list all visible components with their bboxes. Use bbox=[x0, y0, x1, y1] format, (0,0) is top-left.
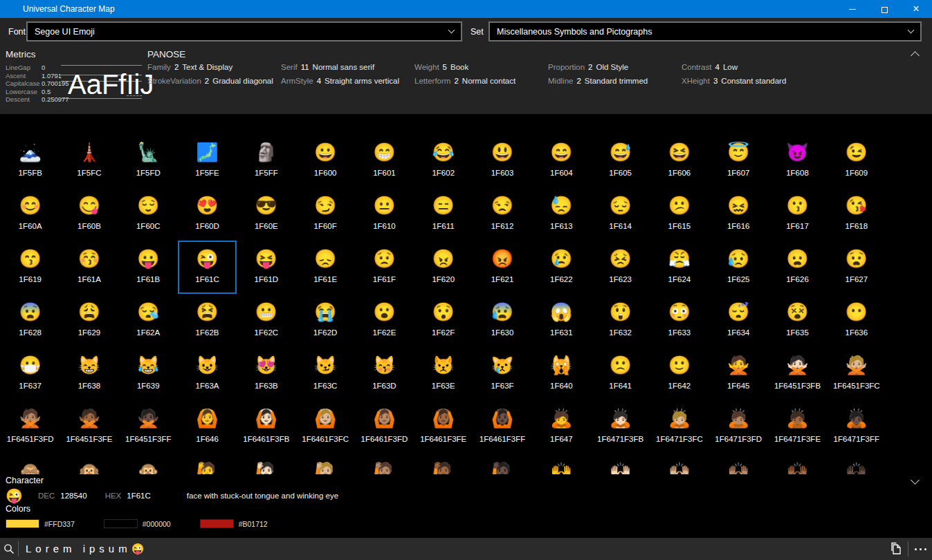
grid-cell-1F606[interactable]: 😆1F606 bbox=[650, 134, 709, 187]
grid-cell-1F63D[interactable]: 😽1F63D bbox=[355, 347, 414, 400]
grid-cell-1F6461F3FB[interactable]: 🙆🏻1F6461F3FB bbox=[237, 400, 295, 454]
grid-cell-1F627[interactable]: 😧1F627 bbox=[827, 241, 886, 294]
grid-cell-1F61A[interactable]: 😚1F61A bbox=[60, 241, 118, 294]
grid-cell-1F6471F3FD[interactable]: 🙇🏽1F6471F3FD bbox=[709, 400, 768, 454]
grid-cell-1F623[interactable]: 😣1F623 bbox=[591, 241, 650, 294]
grid-cell-1F6451F3FE[interactable]: 🙅🏾1F6451F3FE bbox=[60, 400, 118, 454]
grid-cell-1F6461F3FF[interactable]: 🙆🏿1F6461F3FF bbox=[473, 400, 531, 454]
grid-cell-1F64B1F3FD[interactable]: 🙋🏽1F64B1F3FD bbox=[355, 454, 414, 474]
grid-cell-1F641[interactable]: 🙁1F641 bbox=[591, 347, 650, 400]
grid-cell-1F620[interactable]: 😠1F620 bbox=[414, 241, 473, 294]
grid-cell-1F62D[interactable]: 😭1F62D bbox=[295, 294, 354, 347]
grid-cell-1F63A[interactable]: 😺1F63A bbox=[178, 347, 237, 400]
grid-cell-1F63E[interactable]: 😾1F63E bbox=[414, 347, 473, 400]
grid-cell-1F636[interactable]: 😶1F636 bbox=[827, 294, 886, 347]
grid-cell-1F64C[interactable]: 🙌1F64C bbox=[532, 454, 591, 474]
grid-cell-1F649[interactable]: 🙉1F649 bbox=[60, 454, 118, 474]
grid-cell-1F6451F3FB[interactable]: 🙅🏻1F6451F3FB bbox=[768, 347, 827, 400]
grid-cell-1F64A[interactable]: 🙊1F64A bbox=[119, 454, 178, 474]
grid-cell-1F64B[interactable]: 🙋1F64B bbox=[178, 454, 237, 474]
grid-cell-1F621[interactable]: 😡1F621 bbox=[473, 241, 531, 294]
grid-cell-1F628[interactable]: 😨1F628 bbox=[1, 294, 60, 347]
grid-cell-1F617[interactable]: 😗1F617 bbox=[768, 187, 827, 241]
grid-cell-1F6461F3FD[interactable]: 🙆🏽1F6461F3FD bbox=[355, 400, 414, 454]
grid-cell-1F6471F3FC[interactable]: 🙇🏼1F6471F3FC bbox=[650, 400, 709, 454]
grid-cell-1F602[interactable]: 😂1F602 bbox=[414, 134, 473, 187]
search-button[interactable] bbox=[0, 538, 18, 560]
grid-cell-1F624[interactable]: 😤1F624 bbox=[650, 241, 709, 294]
grid-cell-1F64B1F3FC[interactable]: 🙋🏼1F64B1F3FC bbox=[295, 454, 354, 474]
grid-cell-1F609[interactable]: 😉1F609 bbox=[827, 134, 886, 187]
grid-cell-1F61E[interactable]: 😞1F61E bbox=[295, 241, 354, 294]
grid-cell-1F63F[interactable]: 😿1F63F bbox=[473, 347, 531, 400]
grid-cell-1F60B[interactable]: 😋1F60B bbox=[60, 187, 118, 241]
grid-cell-1F626[interactable]: 😦1F626 bbox=[768, 241, 827, 294]
grid-cell-1F615[interactable]: 😕1F615 bbox=[650, 187, 709, 241]
minimize-button[interactable] bbox=[837, 0, 868, 18]
grid-cell-1F5FC[interactable]: 🗼1F5FC bbox=[60, 134, 118, 187]
more-button[interactable] bbox=[908, 538, 932, 560]
grid-cell-1F5FE[interactable]: 🗾1F5FE bbox=[178, 134, 237, 187]
grid-cell-1F62C[interactable]: 😬1F62C bbox=[237, 294, 295, 347]
grid-cell-1F6461F3FE[interactable]: 🙆🏾1F6461F3FE bbox=[414, 400, 473, 454]
grid-cell-1F631[interactable]: 😱1F631 bbox=[532, 294, 591, 347]
grid-cell-1F648[interactable]: 🙈1F648 bbox=[1, 454, 60, 474]
grid-cell-1F64B1F3FB[interactable]: 🙋🏻1F64B1F3FB bbox=[237, 454, 295, 474]
grid-cell-1F601[interactable]: 😁1F601 bbox=[355, 134, 414, 187]
grid-cell-1F6471F3FB[interactable]: 🙇🏻1F6471F3FB bbox=[591, 400, 650, 454]
grid-cell-1F642[interactable]: 🙂1F642 bbox=[650, 347, 709, 400]
grid-cell-1F605[interactable]: 😅1F605 bbox=[591, 134, 650, 187]
grid-cell-1F629[interactable]: 😩1F629 bbox=[60, 294, 118, 347]
grid-cell-1F647[interactable]: 🙇1F647 bbox=[532, 400, 591, 454]
grid-cell-1F64C1F3FD[interactable]: 🙌🏽1F64C1F3FD bbox=[709, 454, 768, 474]
grid-cell-1F6471F3FF[interactable]: 🙇🏿1F6471F3FF bbox=[827, 400, 886, 454]
grid-cell-1F61B[interactable]: 😛1F61B bbox=[119, 241, 178, 294]
grid-cell-1F632[interactable]: 😲1F632 bbox=[591, 294, 650, 347]
grid-cell-1F62A[interactable]: 😪1F62A bbox=[119, 294, 178, 347]
font-dropdown[interactable]: Segoe UI Emoji bbox=[26, 21, 462, 41]
grid-cell-1F635[interactable]: 😵1F635 bbox=[768, 294, 827, 347]
grid-cell-1F5FB[interactable]: 🗻1F5FB bbox=[1, 134, 60, 187]
grid-cell-1F6461F3FC[interactable]: 🙆🏼1F6461F3FC bbox=[295, 400, 354, 454]
grid-cell-1F6451F3FF[interactable]: 🙅🏿1F6451F3FF bbox=[119, 400, 178, 454]
grid-cell-1F630[interactable]: 😰1F630 bbox=[473, 294, 531, 347]
grid-cell-1F603[interactable]: 😃1F603 bbox=[473, 134, 531, 187]
grid-cell-1F60C[interactable]: 😌1F60C bbox=[119, 187, 178, 241]
grid-cell-1F60D[interactable]: 😍1F60D bbox=[178, 187, 237, 241]
grid-cell-1F645[interactable]: 🙅1F645 bbox=[709, 347, 768, 400]
grid-cell-1F62E[interactable]: 😮1F62E bbox=[355, 294, 414, 347]
grid-cell-1F64B1F3FF[interactable]: 🙋🏿1F64B1F3FF bbox=[473, 454, 531, 474]
grid-cell-1F637[interactable]: 😷1F637 bbox=[1, 347, 60, 400]
grid-cell-1F64C1F3FB[interactable]: 🙌🏻1F64C1F3FB bbox=[591, 454, 650, 474]
grid-cell-1F62B[interactable]: 😫1F62B bbox=[178, 294, 237, 347]
grid-cell-1F612[interactable]: 😒1F612 bbox=[473, 187, 531, 241]
grid-cell-1F633[interactable]: 😳1F633 bbox=[650, 294, 709, 347]
grid-cell-1F62F[interactable]: 😯1F62F bbox=[414, 294, 473, 347]
grid-cell-1F63C[interactable]: 😼1F63C bbox=[295, 347, 354, 400]
grid-cell-1F6471F3FE[interactable]: 🙇🏾1F6471F3FE bbox=[768, 400, 827, 454]
grid-cell-1F600[interactable]: 😀1F600 bbox=[295, 134, 354, 187]
grid-cell-1F61C[interactable]: 😜1F61C bbox=[178, 241, 237, 294]
grid-cell-1F634[interactable]: 😴1F634 bbox=[709, 294, 768, 347]
grid-cell-1F5FF[interactable]: 🗿1F5FF bbox=[237, 134, 295, 187]
grid-cell-1F6451F3FC[interactable]: 🙅🏼1F6451F3FC bbox=[827, 347, 886, 400]
grid-cell-1F614[interactable]: 😔1F614 bbox=[591, 187, 650, 241]
grid-cell-1F64C1F3FE[interactable]: 🙌🏾1F64C1F3FE bbox=[768, 454, 827, 474]
collapse-metrics-button[interactable] bbox=[907, 48, 922, 64]
grid-cell-1F638[interactable]: 😸1F638 bbox=[60, 347, 118, 400]
grid-cell-1F60A[interactable]: 😊1F60A bbox=[1, 187, 60, 241]
grid-cell-1F608[interactable]: 😈1F608 bbox=[768, 134, 827, 187]
grid-cell-1F613[interactable]: 😓1F613 bbox=[532, 187, 591, 241]
search-input[interactable]: Lorem ipsum😜 bbox=[19, 543, 148, 555]
grid-cell-1F64C1F3FC[interactable]: 🙌🏼1F64C1F3FC bbox=[650, 454, 709, 474]
close-button[interactable]: × bbox=[900, 0, 932, 18]
grid-cell-1F616[interactable]: 😖1F616 bbox=[709, 187, 768, 241]
grid-cell-1F607[interactable]: 😇1F607 bbox=[709, 134, 768, 187]
set-dropdown[interactable]: Miscellaneous Symbols and Pictographs bbox=[488, 21, 922, 41]
collapse-character-button[interactable] bbox=[907, 474, 922, 489]
grid-cell-1F618[interactable]: 😘1F618 bbox=[827, 187, 886, 241]
grid-cell-1F619[interactable]: 😙1F619 bbox=[1, 241, 60, 294]
grid-cell-1F63B[interactable]: 😻1F63B bbox=[237, 347, 295, 400]
grid-cell-1F622[interactable]: 😢1F622 bbox=[532, 241, 591, 294]
grid-cell-1F64C1F3FF[interactable]: 🙌🏿1F64C1F3FF bbox=[827, 454, 886, 474]
